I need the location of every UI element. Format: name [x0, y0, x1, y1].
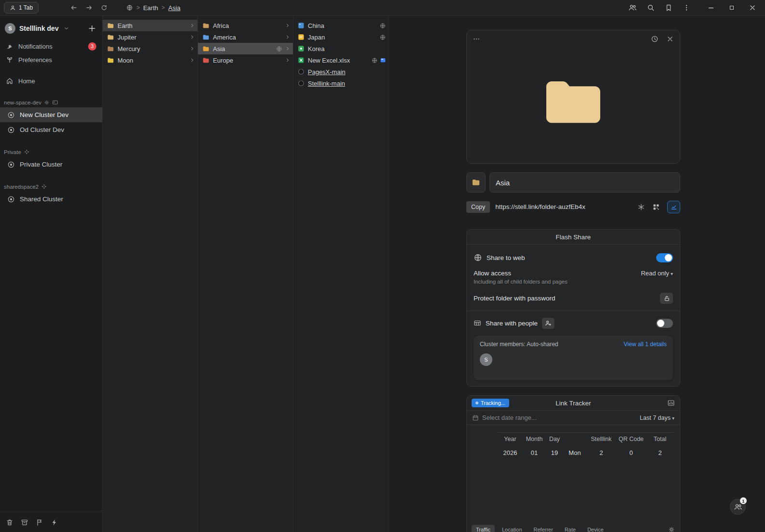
folder-icon [202, 34, 210, 41]
folder-row-africa[interactable]: Africa [198, 20, 293, 31]
excel-file-icon [298, 57, 304, 64]
repo-row-stelllink-main[interactable]: Stelllink-main [293, 78, 388, 89]
add-button[interactable] [88, 24, 96, 33]
breadcrumb: > Earth > Asia [126, 4, 180, 12]
view-all-details-link[interactable]: View all 1 details [624, 341, 667, 348]
tracking-badge[interactable]: Tracking... [472, 399, 509, 407]
shared-globe-icon [371, 57, 378, 64]
protect-password-label: Protect folder with password [474, 295, 555, 302]
file-row-new-excel[interactable]: New Excel.xlsx [293, 54, 388, 66]
snowflake-icon[interactable] [637, 203, 645, 211]
floating-members-button[interactable]: 1 [730, 499, 746, 515]
workspace-switcher[interactable]: S Stelllink dev [0, 16, 102, 39]
tab-traffic[interactable]: Traffic [472, 525, 495, 532]
breadcrumb-asia[interactable]: Asia [168, 4, 180, 12]
folder-row-moon[interactable]: Moon [103, 54, 198, 66]
floating-badge: 1 [740, 497, 747, 504]
members-icon[interactable] [627, 2, 638, 13]
sidebar-item-notifications[interactable]: Notifications 3 [0, 39, 102, 53]
folder-row-earth[interactable]: Earth [103, 20, 198, 31]
history-clock-icon[interactable] [651, 35, 659, 43]
cluster-label: Shared Cluster [20, 195, 63, 203]
page-row-japan[interactable]: Japan [293, 31, 388, 43]
back-button[interactable] [68, 2, 79, 13]
folder-name-field[interactable] [489, 172, 680, 193]
share-link-url[interactable]: https://stell.link/folder-auzfEb4x [495, 203, 585, 210]
section-sharedspace2[interactable]: sharedspace2 [0, 183, 102, 192]
sidebar-item-home[interactable]: Home [0, 74, 102, 88]
card-icon[interactable] [52, 99, 58, 105]
flag-icon[interactable] [36, 519, 43, 526]
archive-icon[interactable] [21, 519, 28, 526]
unlock-button[interactable] [660, 293, 673, 304]
page-icon-china [298, 22, 304, 29]
more-options-icon[interactable] [473, 35, 480, 43]
date-range-picker[interactable]: Select date range... [472, 414, 537, 421]
forward-button[interactable] [84, 2, 94, 13]
page-row-china[interactable]: China [293, 20, 388, 31]
page-row-korea[interactable]: Korea [293, 43, 388, 54]
close-button[interactable] [748, 3, 757, 13]
home-label: Home [18, 78, 35, 85]
repo-row-pagesx-main[interactable]: PagesX-main [293, 66, 388, 78]
maximize-button[interactable] [727, 3, 736, 12]
globe-icon [474, 253, 482, 262]
sidebar-item-new-cluster-dev[interactable]: New Cluster Dev [0, 107, 102, 122]
kebab-menu-icon[interactable] [682, 3, 691, 13]
date-range-dropdown[interactable]: Last 7 days▾ [640, 415, 674, 421]
folder-name-input[interactable] [496, 179, 674, 187]
sidebar-item-shared-cluster[interactable]: Shared Cluster [0, 192, 102, 207]
section-new-space-dev[interactable]: new-space-dev [0, 99, 102, 107]
column-2: Africa America Asia Europe [198, 16, 293, 532]
tab-rate[interactable]: Rate [560, 525, 580, 532]
refresh-button[interactable] [99, 3, 109, 13]
folder-row-jupiter[interactable]: Jupiter [103, 31, 198, 43]
member-avatar[interactable]: S [480, 353, 492, 366]
folder-label: Mercury [118, 45, 140, 52]
sidebar-item-od-cluster-dev[interactable]: Od Cluster Dev [0, 122, 102, 137]
cluster-members-card: Cluster members: Auto-shared View all 1 … [474, 336, 673, 380]
chevron-down-icon[interactable] [64, 26, 69, 31]
folder-emoji-button[interactable] [466, 172, 486, 193]
members-note: Cluster members: Auto-shared [480, 341, 558, 348]
share-with-people-toggle[interactable] [656, 319, 673, 328]
workspace-avatar: S [5, 23, 15, 34]
qr-code-icon[interactable] [652, 203, 660, 211]
search-icon[interactable] [646, 3, 656, 13]
share-to-web-toggle[interactable] [656, 253, 673, 262]
tracker-settings-gear-icon[interactable] [668, 526, 675, 532]
section-private[interactable]: Private [0, 149, 102, 157]
tab-count-button[interactable]: 1 Tab [4, 2, 39, 13]
sidebar-item-private-cluster[interactable]: Private Cluster [0, 157, 102, 172]
minimize-button[interactable] [706, 3, 716, 13]
tracking-dot-icon [475, 402, 478, 404]
breadcrumb-earth[interactable]: Earth [143, 4, 158, 12]
analytics-chart-button[interactable] [667, 201, 680, 213]
folder-icon [202, 45, 210, 52]
lightning-icon[interactable] [51, 519, 58, 526]
folder-row-europe[interactable]: Europe [198, 54, 293, 66]
folder-icon [107, 34, 114, 41]
sidebar-item-preferences[interactable]: Preferences [0, 53, 102, 66]
tab-location[interactable]: Location [498, 525, 527, 532]
person-icon [10, 5, 16, 11]
folder-row-mercury[interactable]: Mercury [103, 43, 198, 54]
close-panel-icon[interactable] [666, 35, 674, 43]
folder-preview-card [466, 30, 680, 164]
folder-row-asia[interactable]: Asia [198, 43, 293, 54]
folder-row-america[interactable]: America [198, 31, 293, 43]
cluster-label: Private Cluster [20, 161, 63, 168]
calendar-icon [472, 415, 479, 421]
folder-icon [107, 45, 114, 52]
tab-referrer[interactable]: Referrer [529, 525, 557, 532]
tracker-chart-icon[interactable] [667, 399, 675, 407]
folder-columns: Earth Jupiter Mercury Moon [103, 16, 389, 532]
trash-icon[interactable] [6, 519, 13, 526]
copy-link-button[interactable]: Copy [466, 201, 490, 213]
gear-icon[interactable] [44, 100, 50, 105]
add-person-button[interactable] [542, 318, 554, 329]
column-3: China Japan Korea New Excel.xlsx [293, 16, 389, 532]
access-level-dropdown[interactable]: Read only▾ [641, 270, 673, 277]
bookmark-icon[interactable] [664, 3, 673, 13]
tab-device[interactable]: Device [583, 525, 608, 532]
